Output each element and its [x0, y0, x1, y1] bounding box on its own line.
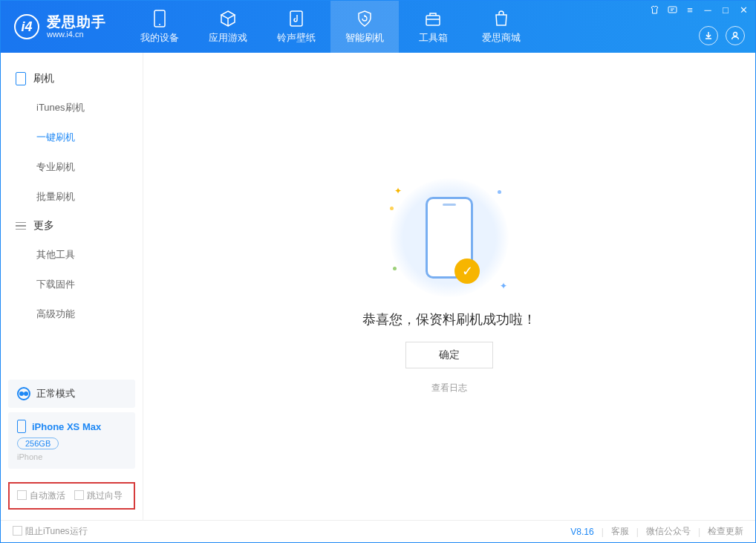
svg-rect-4	[668, 7, 677, 13]
version-label: V8.16	[570, 527, 593, 537]
confirm-button[interactable]: 确定	[405, 342, 493, 368]
status-label: 正常模式	[36, 387, 75, 400]
user-profile-button[interactable]	[726, 26, 745, 45]
sidebar-item-oneclick-flash[interactable]: 一键刷机	[1, 123, 143, 152]
tab-ringtones[interactable]: 铃声壁纸	[262, 1, 330, 53]
tab-label: 铃声壁纸	[277, 31, 316, 45]
checkmark-badge-icon: ✓	[454, 259, 480, 284]
footer-link-support[interactable]: 客服	[611, 525, 629, 538]
sidebar-item-pro-flash[interactable]: 专业刷机	[1, 152, 143, 182]
download-button[interactable]	[699, 26, 718, 45]
sidebar-item-advanced[interactable]: 高级功能	[1, 299, 143, 329]
sidebar-item-batch-flash[interactable]: 批量刷机	[1, 182, 143, 212]
tab-label: 智能刷机	[345, 31, 384, 45]
phone-illustration-icon: ✓	[426, 197, 473, 279]
cube-icon	[218, 9, 238, 28]
menu-icon[interactable]: ≡	[684, 4, 696, 16]
device-status-card[interactable]: 正常模式	[8, 380, 135, 408]
skip-wizard-checkbox[interactable]: 跳过向导	[74, 490, 123, 502]
group-title: 刷机	[33, 72, 54, 85]
sidebar-item-itunes-flash[interactable]: iTunes刷机	[1, 93, 143, 123]
title-bar: i4 爱思助手 www.i4.cn 我的设备 应用游戏 铃声壁纸 智能刷机	[1, 1, 755, 53]
status-icon	[17, 387, 30, 400]
logo-icon: i4	[14, 14, 39, 39]
svg-rect-3	[426, 16, 440, 25]
sidebar-group-more: 更多	[1, 212, 143, 240]
tab-store[interactable]: 爱思商城	[467, 1, 535, 53]
sidebar: 刷机 iTunes刷机 一键刷机 专业刷机 批量刷机 更多 其他工具 下载固件 …	[1, 53, 143, 520]
options-box: 自动激活 跳过向导	[8, 482, 135, 510]
svg-point-1	[159, 24, 160, 25]
tab-smart-flash[interactable]: 智能刷机	[330, 1, 399, 53]
minimize-button[interactable]: ─	[702, 4, 714, 16]
sidebar-item-other-tools[interactable]: 其他工具	[1, 240, 143, 270]
storage-badge: 256GB	[17, 438, 59, 449]
footer-link-update[interactable]: 检查更新	[708, 525, 743, 538]
toolbox-icon	[423, 9, 443, 28]
tab-label: 工具箱	[419, 31, 448, 45]
tab-my-device[interactable]: 我的设备	[126, 1, 194, 53]
sidebar-group-flash: 刷机	[1, 65, 143, 93]
list-icon	[16, 222, 26, 230]
auto-activate-checkbox[interactable]: 自动激活	[17, 490, 65, 502]
shield-refresh-icon	[355, 9, 374, 28]
tab-label: 应用游戏	[209, 31, 247, 45]
device-icon	[150, 9, 169, 28]
svg-rect-2	[290, 11, 302, 26]
view-log-link[interactable]: 查看日志	[431, 382, 467, 394]
close-button[interactable]: ✕	[737, 4, 749, 16]
sidebar-item-download-firmware[interactable]: 下载固件	[1, 270, 143, 299]
footer-link-wechat[interactable]: 微信公众号	[646, 525, 691, 538]
music-file-icon	[287, 9, 306, 28]
skin-icon[interactable]	[648, 4, 660, 16]
svg-point-5	[734, 33, 737, 36]
window-controls: ≡ ─ □ ✕	[648, 4, 749, 16]
logo: i4 爱思助手 www.i4.cn	[1, 14, 120, 39]
app-title: 爱思助手	[47, 15, 106, 30]
device-type: iPhone	[17, 452, 126, 461]
main-content: ✦✦ ✓ 恭喜您，保资料刷机成功啦！ 确定 查看日志	[143, 53, 755, 520]
shopping-bag-icon	[492, 9, 511, 28]
tab-label: 爱思商城	[482, 31, 521, 45]
phone-outline-icon	[16, 72, 26, 85]
feedback-icon[interactable]	[666, 4, 678, 16]
phone-icon	[17, 420, 26, 433]
success-illustration: ✦✦ ✓	[390, 178, 509, 297]
maximize-button[interactable]: □	[720, 4, 731, 16]
group-title: 更多	[33, 219, 54, 233]
status-bar: 阻止iTunes运行 V8.16 | 客服 | 微信公众号 | 检查更新	[1, 520, 755, 542]
main-tabs: 我的设备 应用游戏 铃声壁纸 智能刷机 工具箱 爱思商城	[126, 1, 535, 53]
device-info-card[interactable]: iPhone XS Max 256GB iPhone	[8, 412, 135, 469]
tab-apps-games[interactable]: 应用游戏	[194, 1, 262, 53]
success-message: 恭喜您，保资料刷机成功啦！	[362, 310, 536, 328]
tab-toolbox[interactable]: 工具箱	[399, 1, 467, 53]
block-itunes-checkbox[interactable]: 阻止iTunes运行	[13, 525, 88, 538]
device-name: iPhone XS Max	[32, 421, 101, 432]
tab-label: 我的设备	[140, 31, 179, 45]
app-subtitle: www.i4.cn	[47, 30, 106, 39]
